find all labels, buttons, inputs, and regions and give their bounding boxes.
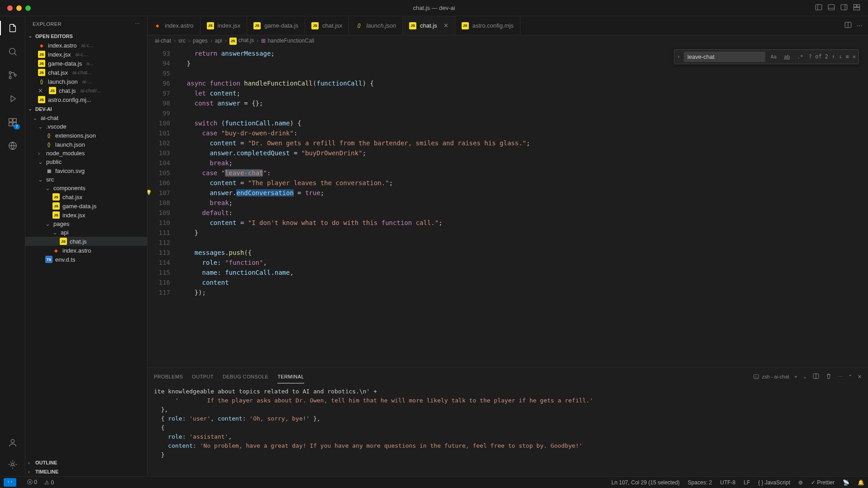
layout-customize-icon[interactable] <box>853 3 861 13</box>
folder-item[interactable]: ⌄api <box>25 228 147 237</box>
titlebar: chat.js — dev-ai <box>0 0 868 16</box>
settings-gear-icon[interactable] <box>6 458 19 471</box>
status-bell-icon[interactable]: 🔔 <box>858 479 864 486</box>
tab-launch-json[interactable]: {}launch.json <box>349 16 403 35</box>
status-copilot-icon[interactable]: ⊚ <box>798 479 803 486</box>
status-spaces[interactable]: Spaces: 2 <box>688 479 712 486</box>
tab-astro-config-mjs[interactable]: JSastro.config.mjs <box>455 16 520 35</box>
layout-sidebar-right-icon[interactable] <box>840 3 848 13</box>
find-prev-icon[interactable]: ↑ <box>832 53 835 60</box>
breadcrumb[interactable]: ai-chat›src›pages›api›JSchat.js›⊞handleF… <box>148 35 868 47</box>
open-editor-item[interactable]: ✕JSchat.jsai-chat/... <box>25 86 147 95</box>
open-editors-header[interactable]: ⌄OPEN EDITORS <box>25 31 147 41</box>
split-editor-icon[interactable] <box>844 21 852 30</box>
maximize-window[interactable] <box>25 5 31 11</box>
remote-indicator[interactable] <box>4 478 16 487</box>
panel-tab-terminal[interactable]: TERMINAL <box>277 370 304 383</box>
find-selection-icon[interactable]: ≡ <box>846 53 849 60</box>
tab-index-astro[interactable]: ◆index.astro <box>148 16 200 35</box>
open-editor-item[interactable]: JSgame-data.jsa... <box>25 59 147 68</box>
panel-tab-output[interactable]: OUTPUT <box>192 370 214 383</box>
terminal-shell-label[interactable]: zsh - ai-chat <box>753 373 789 380</box>
terminal-close-icon[interactable]: ✕ <box>858 374 862 380</box>
search-icon[interactable] <box>6 45 19 58</box>
terminal-output[interactable]: ite knowledgeable about topics related t… <box>148 385 868 476</box>
tab-game-data-js[interactable]: JSgame-data.js <box>247 16 305 35</box>
layout-panel-icon[interactable] <box>827 3 835 13</box>
status-cursor[interactable]: Ln 107, Col 29 (15 selected) <box>611 479 680 486</box>
explorer-icon[interactable] <box>6 22 19 34</box>
status-prettier[interactable]: ✓ Prettier <box>811 479 835 486</box>
tab-index-jsx[interactable]: JSindex.jsx <box>200 16 248 35</box>
file-item[interactable]: JSindex.jsx <box>25 211 147 220</box>
match-word-icon[interactable]: ab <box>782 53 792 61</box>
editor[interactable]: 9394959697989910010110210310410510610710… <box>148 47 868 368</box>
open-editor-item[interactable]: JSastro.config.mj... <box>25 95 147 104</box>
panel: PROBLEMSOUTPUTDEBUG CONSOLETERMINAL zsh … <box>148 368 868 476</box>
svg-rect-5 <box>854 8 860 10</box>
status-bar: ⓧ 0 ⚠ 0 Ln 107, Col 29 (15 selected) Spa… <box>0 476 868 488</box>
close-window[interactable] <box>7 5 13 11</box>
terminal-split-icon[interactable] <box>812 373 820 381</box>
find-input[interactable] <box>684 52 765 62</box>
workspace-header[interactable]: ⌄DEV-AI <box>25 104 147 114</box>
file-item[interactable]: JSchat.js <box>25 237 147 246</box>
open-editor-item[interactable]: JSindex.jsxai-c... <box>25 50 147 59</box>
status-feedback-icon[interactable]: 📡 <box>843 479 849 486</box>
file-item[interactable]: TSenv.d.ts <box>25 255 147 264</box>
file-item[interactable]: ▦favicon.svg <box>25 166 147 175</box>
tab-close-icon[interactable]: ✕ <box>444 22 448 29</box>
find-next-icon[interactable]: ↓ <box>839 53 842 60</box>
folder-item[interactable]: ⌄ai-chat <box>25 114 147 122</box>
edge-tools-icon[interactable] <box>6 139 19 152</box>
minimize-window[interactable] <box>16 5 22 11</box>
explorer-more-icon[interactable]: ⋯ <box>135 21 140 27</box>
open-editor-item[interactable]: JSchat.jsxai-chat... <box>25 68 147 77</box>
file-item[interactable]: {}launch.json <box>25 140 147 149</box>
status-errors[interactable]: ⓧ 0 <box>27 478 37 486</box>
outline-header[interactable]: ›OUTLINE <box>25 458 147 467</box>
svg-rect-2 <box>841 5 847 10</box>
folder-item[interactable]: ⌄pages <box>25 220 147 228</box>
open-editor-item[interactable]: ◆index.astroai-c... <box>25 41 147 50</box>
layout-sidebar-icon[interactable] <box>815 3 823 13</box>
file-item[interactable]: {}extensions.json <box>25 131 147 140</box>
timeline-header[interactable]: ›TIMELINE <box>25 467 147 476</box>
folder-item[interactable]: ›node_modules <box>25 149 147 158</box>
folder-item[interactable]: ⌄public <box>25 158 147 166</box>
find-widget: › Aa ab .* ? of 2 ↑ ↓ ≡ ✕ <box>674 49 859 64</box>
file-item[interactable]: ◆index.astro <box>25 246 147 255</box>
run-debug-icon[interactable] <box>6 92 19 105</box>
folder-item[interactable]: ⌄components <box>25 184 147 192</box>
terminal-maximize-icon[interactable]: ⌃ <box>848 374 852 380</box>
status-eol[interactable]: LF <box>744 479 750 486</box>
panel-tab-debug-console[interactable]: DEBUG CONSOLE <box>223 370 268 383</box>
extensions-icon[interactable]: 7 <box>6 116 19 129</box>
regex-icon[interactable]: .* <box>795 53 805 61</box>
terminal-dropdown-icon[interactable]: ⌄ <box>803 374 807 380</box>
folder-item[interactable]: ⌄src <box>25 175 147 184</box>
status-encoding[interactable]: UTF-8 <box>720 479 735 486</box>
code-area[interactable]: return answerMessage; } async function h… <box>179 47 868 368</box>
extensions-badge: 7 <box>14 124 19 129</box>
tab-more-icon[interactable]: ⋯ <box>857 22 863 29</box>
account-icon[interactable] <box>6 436 19 449</box>
match-case-icon[interactable]: Aa <box>769 53 778 61</box>
find-expand-icon[interactable]: › <box>677 53 680 60</box>
status-language[interactable]: { } JavaScript <box>758 479 790 486</box>
terminal-new-icon[interactable]: + <box>795 374 797 379</box>
panel-tab-problems[interactable]: PROBLEMS <box>154 370 183 383</box>
source-control-icon[interactable] <box>6 69 19 81</box>
open-editor-item[interactable]: {}launch.jsonai-... <box>25 77 147 86</box>
file-item[interactable]: JSchat.jsx <box>25 192 147 201</box>
find-close-icon[interactable]: ✕ <box>853 53 856 60</box>
tab-chat-js[interactable]: JSchat.js✕ <box>403 16 455 35</box>
sidebar: EXPLORER ⋯ ⌄OPEN EDITORS ◆index.astroai-… <box>25 16 148 476</box>
terminal-kill-icon[interactable] <box>825 373 832 381</box>
terminal-more-icon[interactable]: ⋯ <box>838 374 843 380</box>
file-item[interactable]: JSgame-data.js <box>25 201 147 211</box>
status-warnings[interactable]: ⚠ 0 <box>44 479 54 486</box>
tab-chat-jsx[interactable]: JSchat.jsx <box>305 16 349 35</box>
activity-bar: 7 <box>0 16 25 476</box>
folder-item[interactable]: ⌄.vscode <box>25 122 147 131</box>
